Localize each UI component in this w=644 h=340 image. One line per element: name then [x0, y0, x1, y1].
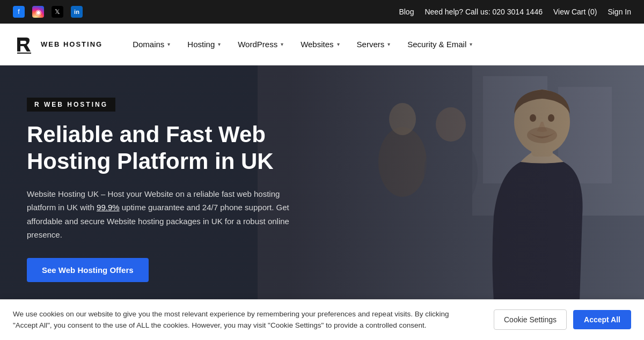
nav-wordpress[interactable]: WordPress ▾ [229, 24, 292, 65]
hero-content: R WEB HOSTING Reliable and Fast Web Host… [0, 65, 333, 301]
blog-link[interactable]: Blog [399, 8, 414, 16]
instagram-icon[interactable]: ◉ [32, 6, 44, 18]
nav-websites[interactable]: Websites ▾ [292, 24, 348, 65]
chevron-down-icon: ▾ [281, 41, 283, 47]
hero-title: Reliable and Fast Web Hosting Platform i… [27, 121, 306, 175]
logo-link[interactable]: WEB HOSTING [13, 33, 103, 56]
hero-cta-button[interactable]: See Web Hosting Offers [27, 258, 149, 282]
view-cart-link[interactable]: View Cart (0) [553, 8, 597, 16]
navbar: WEB HOSTING Domains ▾ Hosting ▾ WordPres… [0, 24, 644, 65]
sign-in-link[interactable]: Sign In [608, 8, 631, 16]
top-bar: f ◉ 𝕏 in Blog Need help? Call us: 020 30… [0, 0, 644, 24]
logo-icon [13, 33, 35, 56]
nav-servers[interactable]: Servers ▾ [348, 24, 399, 65]
linkedin-icon[interactable]: in [71, 6, 83, 18]
chevron-down-icon: ▾ [470, 41, 472, 47]
top-nav-links: Blog Need help? Call us: 020 3014 1446 V… [399, 8, 631, 16]
chevron-down-icon: ▾ [218, 41, 221, 47]
phone-link[interactable]: Need help? Call us: 020 3014 1446 [425, 8, 543, 16]
facebook-icon[interactable]: f [13, 6, 25, 18]
hero-badge: R WEB HOSTING [27, 98, 115, 112]
nav-domains[interactable]: Domains ▾ [124, 24, 179, 65]
nav-links: Domains ▾ Hosting ▾ WordPress ▾ Websites… [124, 24, 631, 65]
twitter-icon[interactable]: 𝕏 [52, 6, 63, 18]
chevron-down-icon: ▾ [167, 41, 170, 47]
nav-security-email[interactable]: Security & Email ▾ [399, 24, 481, 65]
nav-hosting[interactable]: Hosting ▾ [179, 24, 229, 65]
uptime-highlight: 99.9% [97, 203, 120, 212]
chevron-down-icon: ▾ [337, 41, 340, 47]
logo-text: WEB HOSTING [41, 40, 103, 49]
hero-section: R WEB HOSTING Reliable and Fast Web Host… [0, 65, 644, 301]
hero-description: Website Hosting UK – Host your Website o… [27, 187, 306, 242]
cookie-banner: We use cookies on our website to give yo… [0, 299, 644, 301]
social-links: f ◉ 𝕏 in [13, 6, 83, 18]
chevron-down-icon: ▾ [387, 41, 390, 47]
